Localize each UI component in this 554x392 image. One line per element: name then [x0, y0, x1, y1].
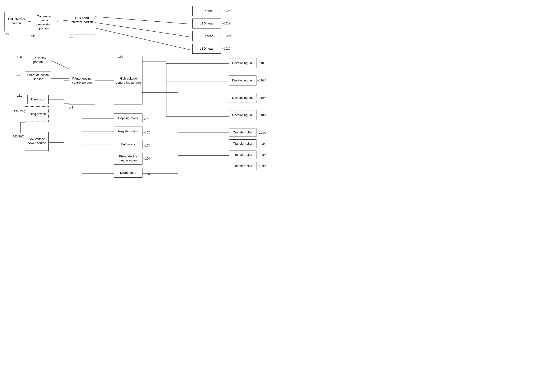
- belt-motor-box: Belt motor: [114, 140, 142, 149]
- developing-m-box: Developing unit: [229, 93, 256, 103]
- led-display-box: LED display portion: [25, 54, 51, 66]
- register-motor-label: Register motor: [118, 129, 138, 133]
- transfer-c-label: Transfer roller: [233, 164, 252, 168]
- host-interface-label: Host interface portion: [6, 17, 26, 25]
- label-102m: ~102M: [222, 35, 231, 38]
- led-head-y-label: LED head: [200, 22, 213, 26]
- hopping-motor-label: Hopping motor: [118, 116, 138, 120]
- label-151: ~151: [143, 118, 150, 121]
- drum-motor-box: Drum motor: [114, 168, 142, 178]
- host-interface-box: Host interface portion: [4, 12, 28, 31]
- hopping-motor-box: Hopping motor: [114, 113, 142, 123]
- developing-k-box: Developing unit: [229, 58, 256, 68]
- transfer-k-box: Transfer roller: [229, 128, 256, 137]
- developing-c-box: Developing unit: [229, 110, 256, 120]
- transfer-y-box: Transfer roller: [229, 139, 256, 148]
- transfer-k-label: Transfer roller: [233, 131, 252, 135]
- led-head-c-label: LED head: [200, 47, 213, 51]
- label-102c: ~102C: [222, 47, 231, 50]
- thermistor-box: Thermistor: [27, 95, 49, 104]
- fixing-device-label: Fixing device: [28, 112, 46, 116]
- developing-c-label: Developing unit: [232, 113, 254, 117]
- label-155: ~155: [143, 172, 150, 176]
- transfer-y-label: Transfer roller: [233, 142, 252, 146]
- high-voltage-label: High voltage generating portion: [116, 77, 141, 85]
- label-143: 143: [68, 106, 73, 109]
- label-131: 131: [17, 94, 22, 97]
- fixing-device-box: Fixing device: [25, 106, 49, 122]
- developing-y-label: Developing unit: [232, 79, 254, 83]
- fixing-heater-motor-label: Fixing device heater motor: [116, 154, 141, 163]
- led-head-interface-label: LED head interface portion: [70, 16, 93, 24]
- label-130: 130(230): [14, 110, 25, 113]
- printer-engine-label: Printer engine control portion: [70, 77, 93, 85]
- svg-line-8: [95, 28, 192, 50]
- label-110m: ~110M: [257, 96, 266, 99]
- sheet-detection-box: Sheet detection sensor: [25, 71, 51, 83]
- diagram: Host interface portion Command image pro…: [0, 0, 277, 196]
- led-head-y-box: LED head: [192, 19, 221, 28]
- belt-motor-label: Belt motor: [121, 142, 135, 147]
- transfer-m-label: Transfer roller: [233, 153, 252, 157]
- transfer-c-box: Transfer roller: [229, 162, 256, 170]
- low-voltage-label: Low voltage power source: [27, 137, 47, 145]
- label-110k: ~110K: [257, 62, 266, 65]
- label-107: 107: [17, 73, 22, 77]
- led-head-interface-box: LED head interface portion: [69, 6, 95, 35]
- led-head-m-label: LED head: [200, 34, 213, 38]
- label-102y: ~102Y: [222, 22, 231, 25]
- svg-line-11: [51, 61, 69, 69]
- led-head-k-box: LED head: [192, 6, 221, 16]
- high-voltage-box: High voltage generating portion: [114, 57, 142, 105]
- led-head-k-label: LED head: [200, 9, 213, 13]
- low-voltage-box: Low voltage power source: [25, 132, 49, 151]
- led-head-m-box: LED head: [192, 31, 221, 41]
- led-display-label: LED display portion: [27, 56, 49, 64]
- svg-line-6: [95, 17, 192, 24]
- svg-line-7: [95, 22, 192, 37]
- label-103m: ~103M: [257, 153, 266, 157]
- printer-engine-box: Printer engine control portion: [69, 57, 95, 105]
- led-head-c-box: LED head: [192, 44, 221, 54]
- label-103y: ~103Y: [257, 142, 266, 146]
- sheet-detection-label: Sheet detection sensor: [27, 73, 49, 81]
- developing-m-label: Developing unit: [232, 96, 254, 100]
- fixing-heater-motor-box: Fixing device heater motor: [114, 153, 142, 165]
- thermistor-label: Thermistor: [31, 98, 45, 102]
- label-103k: ~103K: [257, 131, 266, 134]
- drum-motor-label: Drum motor: [120, 171, 137, 175]
- label-150: 150: [118, 55, 123, 58]
- transfer-m-box: Transfer roller: [229, 151, 256, 159]
- developing-k-label: Developing unit: [232, 61, 254, 65]
- command-image-box: Command image processing portion: [31, 12, 57, 33]
- label-160: 160(260): [13, 135, 24, 138]
- label-152: ~152: [143, 131, 150, 134]
- register-motor-box: Register motor: [114, 126, 142, 136]
- label-110y: ~110Y: [257, 79, 266, 82]
- label-140: 140: [4, 32, 9, 36]
- label-153: ~153: [143, 144, 150, 147]
- label-141: 141: [31, 35, 36, 38]
- label-142: 142: [68, 36, 73, 39]
- label-103c: ~103C: [257, 165, 266, 168]
- label-110c: ~110C: [257, 113, 266, 117]
- label-156: 156: [17, 56, 22, 59]
- command-image-label: Command image processing portion: [33, 14, 55, 31]
- developing-y-box: Developing unit: [229, 76, 256, 85]
- label-154: ~154: [143, 157, 150, 160]
- svg-line-1: [57, 20, 69, 21]
- label-102k: ~102K: [222, 9, 231, 13]
